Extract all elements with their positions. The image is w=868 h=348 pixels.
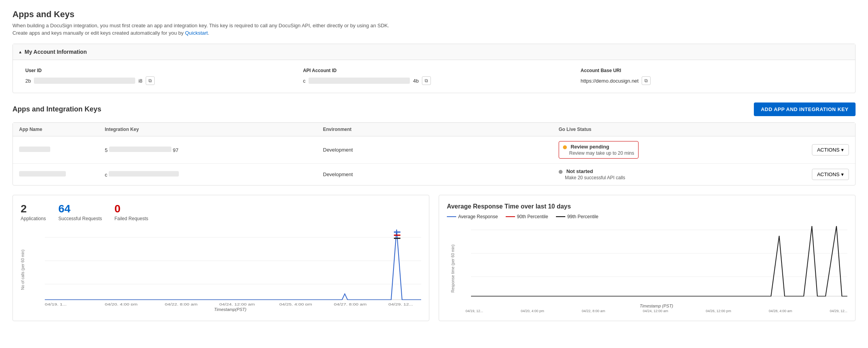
actions-label-2: ACTIONS bbox=[817, 171, 840, 177]
app-name-cell-1 bbox=[19, 147, 105, 153]
status-title-row-2: Not started bbox=[559, 168, 794, 174]
actions-dropdown-icon-2: ▾ bbox=[841, 171, 844, 177]
copy-user-id-button[interactable]: ⧉ bbox=[146, 76, 155, 85]
add-app-button[interactable]: ADD APP AND INTEGRATION KEY bbox=[754, 102, 856, 116]
col-header-actions bbox=[794, 127, 849, 132]
left-chart-area: 60 40 20 bbox=[39, 228, 421, 306]
actions-button-2[interactable]: ACTIONS ▾ bbox=[812, 169, 849, 180]
integration-key-blurred-2 bbox=[109, 171, 179, 177]
copy-account-base-uri-button[interactable]: ⧉ bbox=[642, 76, 651, 85]
stat-successful-count: 64 bbox=[58, 203, 102, 215]
copy-api-account-id-button[interactable]: ⧉ bbox=[422, 76, 431, 85]
legend-average-response: Average Response bbox=[447, 214, 498, 219]
chart-legend: Average Response 90th Percentile 99th Pe… bbox=[447, 214, 847, 219]
integration-key-blurred-1 bbox=[109, 147, 171, 152]
stat-applications-count: 2 bbox=[21, 203, 46, 215]
api-account-id-label: API Account ID bbox=[303, 68, 565, 73]
account-info-header[interactable]: ▴ My Account Information bbox=[13, 44, 855, 60]
table-row: c Development Not started Make 20 succes… bbox=[13, 164, 855, 185]
col-header-environment: Environment bbox=[323, 127, 559, 132]
page-title: Apps and Keys bbox=[12, 9, 856, 19]
col-header-integration-key: Integration Key bbox=[105, 127, 323, 132]
account-base-uri-label: Account Base URI bbox=[580, 68, 843, 73]
status-cell-1: Review pending Review may take up to 20 … bbox=[559, 141, 794, 159]
svg-text:04/25, 4:00 pm: 04/25, 4:00 pm bbox=[279, 302, 312, 306]
right-x-ticks: 04/19, 12... 04/20, 4:00 pm 04/22, 8:00 … bbox=[466, 309, 847, 313]
status-review-desc: Review may take up to 20 mins bbox=[563, 150, 634, 156]
x-tick-2: 04/20, 4:00 pm bbox=[521, 309, 544, 313]
stat-applications: 2 Applications bbox=[21, 203, 46, 221]
status-not-started: Not started Make 20 successful API calls bbox=[559, 168, 794, 180]
left-y-axis-label: No of calls (per 60 min) bbox=[21, 249, 25, 290]
integration-key-cell-2: c bbox=[105, 171, 323, 178]
x-tick-4: 04/24, 12:00 am bbox=[643, 309, 668, 313]
svg-rect-9 bbox=[394, 235, 400, 236]
right-chart-wrapper: 300 200 100 Respon bbox=[447, 224, 847, 313]
status-not-started-desc: Make 20 successful API calls bbox=[559, 175, 794, 180]
legend-average-label: Average Response bbox=[458, 214, 498, 219]
status-dot-yellow bbox=[563, 145, 567, 149]
x-tick-5: 04/26, 12:00 pm bbox=[706, 309, 731, 313]
table-header: App Name Integration Key Environment Go … bbox=[13, 123, 855, 136]
col-header-go-live-status: Go Live Status bbox=[559, 127, 794, 132]
actions-button-1[interactable]: ACTIONS ▾ bbox=[812, 144, 849, 155]
status-cell-2: Not started Make 20 successful API calls bbox=[559, 168, 794, 180]
integration-key-prefix-2: c bbox=[105, 172, 108, 178]
account-base-uri-field: Account Base URI https://demo.docusign.n… bbox=[580, 68, 843, 85]
account-info-section: ▴ My Account Information User ID 2b i8 ⧉… bbox=[12, 44, 856, 93]
legend-red-line bbox=[506, 216, 515, 217]
left-chart-svg: 60 40 20 bbox=[39, 228, 421, 306]
svg-text:04/24, 12:00 am: 04/24, 12:00 am bbox=[219, 302, 255, 306]
charts-row: 2 Applications 64 Successful Requests 0 … bbox=[12, 195, 856, 321]
main-page: Apps and Keys When building a DocuSign i… bbox=[0, 0, 868, 330]
actions-label-1: ACTIONS bbox=[817, 147, 840, 153]
account-base-uri-value: https://demo.docusign.net ⧉ bbox=[580, 76, 843, 85]
account-info-title: My Account Information bbox=[25, 49, 87, 55]
app-name-blurred-1 bbox=[19, 147, 50, 152]
right-x-axis-label: Timestamp (PST) bbox=[466, 304, 847, 308]
col-header-app-name: App Name bbox=[19, 127, 105, 132]
status-dot-gray bbox=[559, 170, 563, 174]
environment-cell-1: Development bbox=[323, 147, 559, 153]
integration-key-suffix-1: 97 bbox=[173, 147, 178, 153]
legend-99th-label: 99th Percentile bbox=[567, 214, 598, 219]
actions-cell-1: ACTIONS ▾ bbox=[794, 144, 849, 155]
user-id-suffix: i8 bbox=[138, 78, 142, 84]
x-tick-6: 04/28, 4:00 am bbox=[769, 309, 792, 313]
stats-row: 2 Applications 64 Successful Requests 0 … bbox=[21, 203, 421, 221]
environment-cell-2: Development bbox=[323, 171, 559, 177]
actions-dropdown-icon-1: ▾ bbox=[841, 147, 844, 153]
api-account-id-suffix: 4b bbox=[413, 78, 418, 84]
table-row: 5 97 Development Review pending Review m… bbox=[13, 136, 855, 164]
apps-section-header: Apps and Integration Keys ADD APP AND IN… bbox=[12, 102, 856, 116]
stat-applications-label: Applications bbox=[21, 216, 46, 221]
account-base-uri-text: https://demo.docusign.net bbox=[580, 78, 639, 84]
api-account-id-prefix: c bbox=[303, 78, 306, 84]
svg-text:04/22, 8:00 am: 04/22, 8:00 am bbox=[165, 302, 198, 306]
stat-successful-label: Successful Requests bbox=[58, 216, 102, 221]
svg-text:04/27, 8:00 am: 04/27, 8:00 am bbox=[334, 302, 367, 306]
left-x-axis-label: Timestamp(PST) bbox=[39, 307, 421, 312]
legend-blue-line bbox=[447, 216, 456, 217]
integration-key-prefix-1: 5 bbox=[105, 147, 108, 153]
stat-failed: 0 Failed Requests bbox=[115, 203, 148, 221]
svg-text:04/29, 12...: 04/29, 12... bbox=[388, 302, 413, 306]
user-id-field: User ID 2b i8 ⧉ bbox=[25, 68, 288, 85]
legend-black-line bbox=[556, 216, 565, 217]
right-y-axis-label: Response time (per 60 min) bbox=[451, 244, 455, 292]
integration-key-cell-1: 5 97 bbox=[105, 147, 323, 153]
actions-cell-2: ACTIONS ▾ bbox=[794, 169, 849, 180]
svg-text:04/20, 4:00 pm: 04/20, 4:00 pm bbox=[105, 302, 138, 306]
left-chart-wrapper: 60 40 20 bbox=[21, 228, 421, 312]
stat-failed-label: Failed Requests bbox=[115, 216, 148, 221]
quickstart-link[interactable]: Quickstart bbox=[185, 30, 208, 36]
api-calls-chart-card: 2 Applications 64 Successful Requests 0 … bbox=[12, 195, 429, 321]
page-description-2: Create apps and keys manually or edit ke… bbox=[12, 30, 856, 36]
legend-99th: 99th Percentile bbox=[556, 214, 598, 219]
api-account-id-blurred bbox=[309, 78, 410, 84]
api-account-id-field: API Account ID c 4b ⧉ bbox=[303, 68, 565, 85]
apps-section-title: Apps and Integration Keys bbox=[12, 105, 101, 113]
status-review-title: Review pending bbox=[571, 144, 609, 150]
user-id-label: User ID bbox=[25, 68, 288, 73]
status-not-started-title: Not started bbox=[566, 168, 593, 174]
